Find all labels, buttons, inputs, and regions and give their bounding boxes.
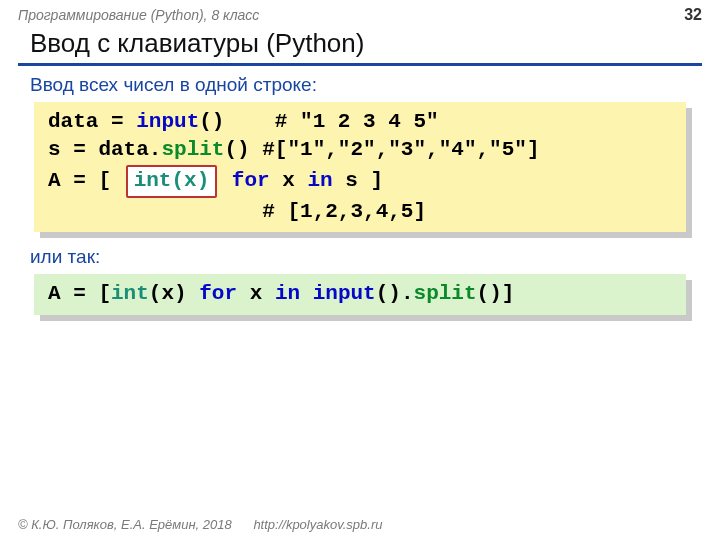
code-text: A = [ [48,169,124,192]
code-text [300,282,313,305]
code-text: (x) [149,282,199,305]
footer-link: http://kpolyakov.spb.ru [253,517,382,532]
code-text: () [224,138,262,161]
code-body-2: A = [int(x) for x in input().split()] [34,274,686,314]
slide-footer: © К.Ю. Поляков, Е.А. Ерёмин, 2018 http:/… [18,517,382,532]
subtitle: Ввод всех чисел в одной строке: [0,72,720,102]
code-body-1: data = input() # "1 2 3 4 5" s = data.sp… [34,102,686,232]
kw-for: for [232,169,270,192]
code-text: s ] [333,169,383,192]
code-text: data = [48,110,136,133]
code-pad [48,200,262,223]
code-text: A = [ [48,282,111,305]
highlight-box: int(x) [126,165,218,198]
code-text: (). [376,282,414,305]
code-comment: # [1,2,3,4,5] [262,200,426,223]
kw-for: for [199,282,237,305]
code-block-2: A = [int(x) for x in input().split()] [34,274,686,314]
course-label: Программирование (Python), 8 класс [18,7,259,23]
code-text: ()] [477,282,515,305]
code-comment: #["1","2","3","4","5"] [262,138,539,161]
kw-in: in [275,282,300,305]
code-text [219,169,232,192]
or-so-label: или так: [0,240,720,274]
title-rule [18,63,702,66]
copyright: © К.Ю. Поляков, Е.А. Ерёмин, 2018 [18,517,232,532]
kw-input: input [136,110,199,133]
kw-in: in [307,169,332,192]
code-text: x [237,282,275,305]
kw-input: input [313,282,376,305]
kw-int: int [111,282,149,305]
code-comment: # "1 2 3 4 5" [275,110,439,133]
code-text: s = data. [48,138,161,161]
slide-header: Программирование (Python), 8 класс 32 [0,0,720,24]
page-title: Ввод с клавиатуры (Python) [0,24,720,61]
code-block-1: data = input() # "1 2 3 4 5" s = data.sp… [34,102,686,232]
kw-split: split [414,282,477,305]
code-text: () [199,110,275,133]
page-number: 32 [684,6,702,24]
kw-split: split [161,138,224,161]
code-text: x [270,169,308,192]
